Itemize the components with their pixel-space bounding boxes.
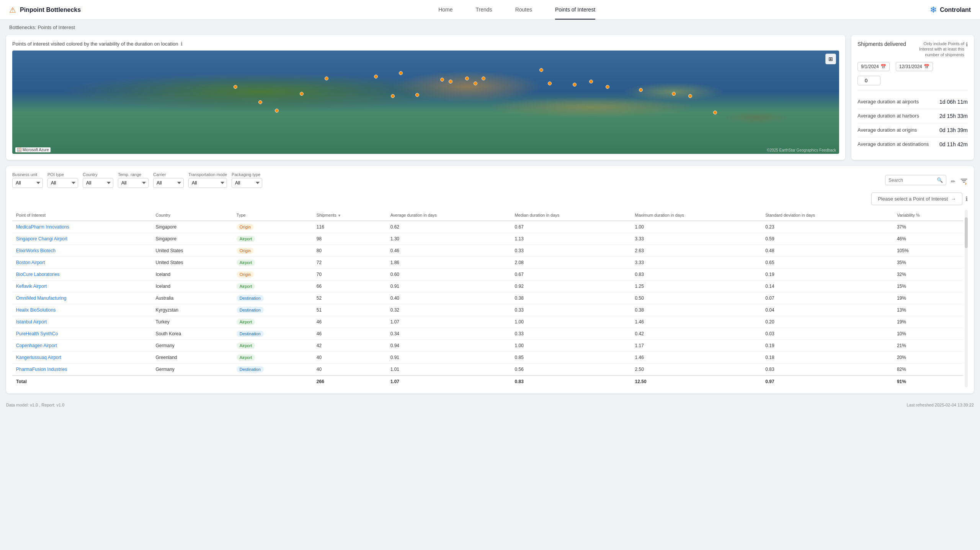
max-cell: 0.83: [631, 269, 762, 281]
scrollbar-thumb[interactable]: [965, 217, 968, 248]
map-copyright: ©2025 EarthStar Geographics Feedback: [767, 148, 836, 152]
poi-info-button[interactable]: ℹ: [965, 195, 968, 202]
table-scroll-container: Point of Interest Country Type Shipments…: [12, 210, 968, 387]
poi-name-cell[interactable]: Healix BioSolutions: [12, 304, 152, 316]
std-cell: 0.04: [761, 304, 893, 316]
nav-home[interactable]: Home: [438, 0, 452, 20]
temp-range-select[interactable]: All: [118, 178, 149, 188]
poi-name-cell[interactable]: Copenhagen Airport: [12, 340, 152, 352]
poi-dot[interactable]: [482, 77, 485, 80]
nav-routes[interactable]: Routes: [515, 0, 532, 20]
total-avg: 1.07: [387, 375, 511, 387]
poi-dot[interactable]: [258, 100, 262, 104]
stat-origins: Average duration at origins 0d 13h 39m: [858, 123, 968, 137]
poi-name-cell[interactable]: ElixirWorks Biotech: [12, 245, 152, 257]
main-nav: Home Trends Routes Points of Interest: [104, 0, 930, 20]
avg-cell: 1.01: [387, 364, 511, 376]
poi-dot[interactable]: [573, 83, 577, 86]
poi-dot[interactable]: [449, 80, 452, 83]
poi-dot[interactable]: [606, 85, 609, 89]
poi-dot[interactable]: [325, 77, 328, 80]
poi-dot[interactable]: [440, 78, 444, 82]
poi-dot[interactable]: [688, 94, 692, 98]
export-button[interactable]: ✏: [949, 178, 957, 185]
var-cell: 32%: [893, 269, 963, 281]
scrollbar-track[interactable]: [965, 210, 968, 387]
country-cell: Germany: [152, 340, 232, 352]
poi-dot[interactable]: [672, 92, 676, 96]
date-to-input[interactable]: 12/31/2024 📅: [896, 62, 933, 71]
map-info-icon[interactable]: ℹ: [181, 41, 183, 47]
poi-dot[interactable]: [300, 92, 304, 96]
total-shipments: 266: [313, 375, 387, 387]
poi-name-cell[interactable]: PharmaFusion Industries: [12, 364, 152, 376]
search-box: 🔍: [885, 175, 946, 185]
poi-dot[interactable]: [539, 68, 543, 72]
max-cell: 1.00: [631, 221, 762, 233]
poi-name-cell[interactable]: Singapore Changi Airport: [12, 233, 152, 245]
filter-reset-button[interactable]: [960, 178, 968, 185]
median-cell: 2.08: [511, 257, 631, 269]
poi-dot[interactable]: [374, 75, 378, 78]
poi-name-cell[interactable]: PureHealth SynthCo: [12, 328, 152, 340]
median-cell: 0.38: [511, 292, 631, 304]
table-row: Boston Airport United States Airport 72 …: [12, 257, 963, 269]
poi-dot[interactable]: [465, 77, 469, 80]
median-cell: 0.33: [511, 328, 631, 340]
calendar-icon-2[interactable]: 📅: [924, 64, 929, 69]
avg-cell: 0.40: [387, 292, 511, 304]
shipments-cell: 116: [313, 221, 387, 233]
poi-dot[interactable]: [415, 93, 419, 97]
poi-dot[interactable]: [639, 88, 643, 92]
main-content: Points of interest visited colored by th…: [0, 35, 980, 400]
map-container[interactable]: ⊞ 🪟 Microsoft Azure ©2025 EarthStar Geog…: [12, 51, 839, 154]
avg-cell: 0.62: [387, 221, 511, 233]
carrier-select[interactable]: All: [153, 178, 184, 188]
poi-name-cell[interactable]: Istanbul Airport: [12, 316, 152, 328]
poi-name-cell[interactable]: Boston Airport: [12, 257, 152, 269]
packaging-type-select[interactable]: All: [232, 178, 262, 188]
avg-cell: 0.91: [387, 352, 511, 364]
poi-name-cell[interactable]: MedicaPharm Innovations: [12, 221, 152, 233]
date-from-input[interactable]: 9/1/2024 📅: [858, 62, 890, 71]
poi-dot[interactable]: [399, 71, 403, 75]
poi-name-cell[interactable]: Keflavik Airport: [12, 281, 152, 292]
poi-dot[interactable]: [391, 94, 395, 98]
poi-dot[interactable]: [713, 111, 717, 114]
poi-dot[interactable]: [548, 82, 552, 85]
nav-poi[interactable]: Points of Interest: [555, 0, 595, 20]
poi-type-select[interactable]: All: [47, 178, 78, 188]
shipments-header: Shipments delivered Only include Points …: [858, 41, 968, 57]
poi-name-cell[interactable]: Kangerlussuaq Airport: [12, 352, 152, 364]
poi-dot[interactable]: [589, 80, 593, 83]
min-shipments-input[interactable]: [858, 76, 880, 85]
shipments-cell: 51: [313, 304, 387, 316]
map-reset-button[interactable]: ⊞: [825, 54, 836, 64]
transportation-mode-select[interactable]: All: [188, 178, 227, 188]
avg-cell: 0.94: [387, 340, 511, 352]
table-row: Kangerlussuaq Airport Greenland Airport …: [12, 352, 963, 364]
country-cell: Greenland: [152, 352, 232, 364]
top-section: Points of interest visited colored by th…: [6, 35, 974, 160]
filter-info-icon[interactable]: ℹ: [966, 41, 968, 48]
var-cell: 35%: [893, 257, 963, 269]
country-select[interactable]: All: [83, 178, 113, 188]
poi-name-cell[interactable]: BioCure Laboratories: [12, 269, 152, 281]
poi-dot[interactable]: [474, 82, 477, 85]
max-cell: 0.50: [631, 292, 762, 304]
business-unit-select[interactable]: All: [12, 178, 43, 188]
stat-harbors: Average duration at harbors 2d 15h 33m: [858, 109, 968, 123]
nav-trends[interactable]: Trends: [476, 0, 492, 20]
poi-select-button[interactable]: Please select a Point of Interest →: [871, 193, 962, 205]
poi-name-cell[interactable]: OmniMed Manufacturing: [12, 292, 152, 304]
search-input[interactable]: [889, 178, 934, 183]
poi-dot[interactable]: [234, 85, 237, 89]
max-cell: 1.46: [631, 352, 762, 364]
header: ⚠ Pinpoint Bottlenecks Home Trends Route…: [0, 0, 980, 20]
table-row: Singapore Changi Airport Singapore Airpo…: [12, 233, 963, 245]
calendar-icon[interactable]: 📅: [880, 64, 886, 69]
table-row: MedicaPharm Innovations Singapore Origin…: [12, 221, 963, 233]
poi-dot[interactable]: [275, 109, 279, 113]
filter-packaging-type: Packaging type All: [232, 172, 262, 188]
col-shipments[interactable]: Shipments ▼: [313, 210, 387, 221]
